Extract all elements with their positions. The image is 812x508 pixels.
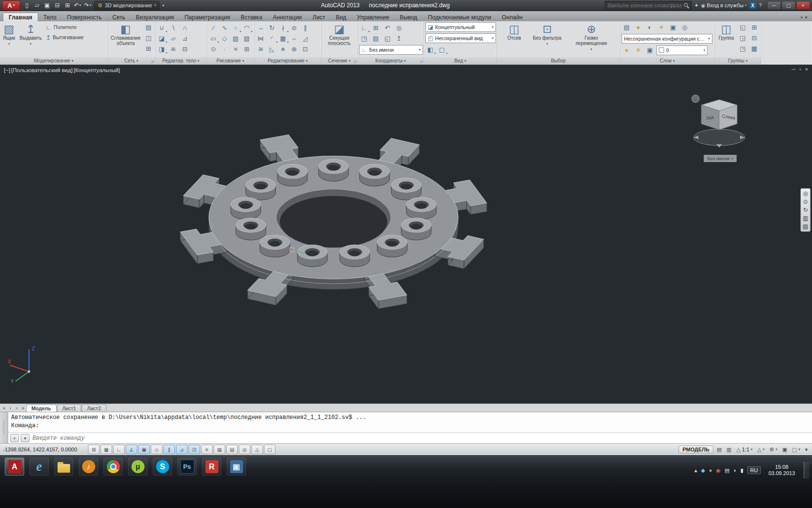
- smooth-object-button[interactable]: ◧ Сглаживание объекта: [109, 22, 142, 56]
- interfere-button[interactable]: ⊿: [180, 33, 190, 44]
- taskbar-skype-button[interactable]: S: [153, 458, 172, 476]
- panel-modify-footer[interactable]: Редактирование ▾: [254, 57, 321, 64]
- fillet-button[interactable]: ◜▾: [267, 33, 277, 44]
- qat-undo-button[interactable]: ↶▾: [72, 1, 83, 10]
- tab-insert[interactable]: Вставка: [235, 13, 268, 21]
- mesh-split-button[interactable]: ⊞: [144, 44, 154, 54]
- panel-section-footer[interactable]: Сечение ▾: [321, 57, 357, 64]
- tray-app2-icon[interactable]: ●: [709, 467, 712, 473]
- viewport-close-button[interactable]: ×: [805, 66, 808, 72]
- named-view-combo[interactable]: ◰ Несохраненный вид ▾: [425, 33, 496, 43]
- layer-isolate-button[interactable]: ◐: [645, 22, 655, 32]
- box-button[interactable]: ▧ Ящик ▾: [1, 22, 16, 56]
- ucs-button[interactable]: ∟▾: [359, 23, 369, 33]
- panel-solid-editing-footer[interactable]: Редактир. тело ▾: [155, 57, 206, 64]
- osnap-toggle[interactable]: ▣: [138, 445, 150, 454]
- tab-manage[interactable]: Управление: [351, 13, 394, 21]
- stretch-button[interactable]: ⇔: [289, 33, 299, 44]
- signin-button[interactable]: ◉ Вход в службы ▾: [701, 2, 747, 8]
- selection-filter-button[interactable]: ⊡Без фильтра▾: [532, 22, 563, 56]
- layout-button[interactable]: ▥: [725, 446, 733, 453]
- ucs-previous-button[interactable]: ↶: [382, 23, 392, 33]
- rectangle-button[interactable]: ▭▾: [208, 33, 218, 44]
- tray-expand-button[interactable]: ▴: [695, 467, 697, 474]
- tab-output[interactable]: Вывод: [394, 13, 422, 21]
- group-edit-button[interactable]: ◲: [738, 33, 748, 43]
- taskbar-viewer-button[interactable]: ▣: [227, 458, 246, 476]
- ucs-view-button[interactable]: ▤: [371, 33, 381, 44]
- dialog-launcher-icon[interactable]: ◿: [151, 60, 154, 63]
- language-indicator[interactable]: RU: [747, 466, 761, 474]
- command-window-grip[interactable]: [0, 412, 8, 443]
- window-maximize-button[interactable]: ▢: [782, 1, 796, 10]
- shell-button[interactable]: ◨▾: [157, 44, 167, 54]
- polar-toggle[interactable]: ∠: [126, 445, 137, 454]
- grid-toggle[interactable]: ▦: [101, 445, 112, 454]
- navbar-zoom-button[interactable]: ▥: [803, 215, 808, 221]
- navbar-steering-wheel-button[interactable]: ◎: [803, 191, 808, 196]
- layer-unlock-icon[interactable]: ▣: [645, 45, 655, 55]
- layer-lock-button[interactable]: ▣: [668, 22, 678, 32]
- status-tray-menu[interactable]: ▾: [803, 446, 809, 453]
- taskbar-utorrent-button[interactable]: µ: [128, 458, 147, 476]
- copy-button[interactable]: ∥: [300, 23, 310, 33]
- layer-state-combo[interactable]: Несохраненная конфигурация слоев ▾: [622, 34, 712, 44]
- culling-button[interactable]: ◫Отсев: [506, 22, 522, 56]
- array-button[interactable]: ▦▾: [278, 33, 288, 44]
- table-button[interactable]: ⊞: [242, 44, 252, 54]
- ucs-origin-button[interactable]: ◎: [394, 23, 404, 33]
- move-gizmo-button[interactable]: ⊕Гизмо перемещения▾: [572, 22, 610, 56]
- layout-tab-list1[interactable]: Лист1: [57, 404, 82, 412]
- command-input[interactable]: [31, 434, 810, 442]
- dialog-launcher-icon[interactable]: ◿: [354, 60, 356, 63]
- offset-button[interactable]: ≋: [256, 44, 266, 54]
- qat-new-button[interactable]: ▯: [22, 1, 32, 10]
- tray-app3-icon[interactable]: ◉: [716, 467, 721, 474]
- cmd-recent-menu[interactable]: ▾: [21, 434, 29, 442]
- region-button[interactable]: ≡: [231, 44, 241, 54]
- move-button[interactable]: ↔: [256, 23, 266, 33]
- circle-button[interactable]: ○▾: [231, 23, 241, 33]
- viewport[interactable]: [−][Пользовательский вид][Концептуальный…: [0, 65, 812, 403]
- extrude-button[interactable]: ↥ Выдавить ▾: [18, 22, 43, 56]
- tab-visualize[interactable]: Визуализация: [130, 13, 179, 21]
- polyline-button[interactable]: ∿: [219, 23, 230, 33]
- group-options-button[interactable]: ▦: [749, 44, 759, 54]
- group-selection-toggle[interactable]: ◳: [738, 44, 748, 54]
- qat-open-button[interactable]: ▱: [32, 1, 42, 10]
- taskbar-autocad-button[interactable]: A: [5, 458, 24, 476]
- model-space-button[interactable]: РМОДЕЛЬ: [679, 446, 713, 453]
- clean-button[interactable]: ⊟: [180, 44, 190, 54]
- tab-home[interactable]: Главная: [3, 13, 38, 21]
- polysolid-button[interactable]: ∟Политело: [44, 22, 84, 32]
- ortho-toggle[interactable]: ∟: [113, 445, 125, 454]
- panel-coordinates-footer[interactable]: Координаты ▾: [358, 57, 423, 64]
- mesh-crease-button[interactable]: ◫: [144, 33, 154, 43]
- group-button[interactable]: ◫ Группа: [716, 22, 736, 56]
- layout-prev-button[interactable]: ‹: [7, 405, 14, 411]
- ucs-object-button[interactable]: ◱: [382, 33, 392, 44]
- mirror-button[interactable]: ⋈: [256, 33, 266, 44]
- selection-cycling-toggle[interactable]: ◎: [239, 445, 250, 454]
- union-button[interactable]: ∪▾: [157, 23, 167, 33]
- viewcube-ucs-combo[interactable]: Без имени ▾: [704, 155, 737, 162]
- panel-modeling-footer[interactable]: Моделирование ▾: [0, 57, 107, 64]
- model-button[interactable]: ▤: [715, 446, 723, 453]
- layout-next-button[interactable]: ›: [14, 405, 20, 411]
- qat-save-button[interactable]: ▣: [42, 1, 52, 10]
- layer-freeze-button[interactable]: ☀: [656, 22, 667, 32]
- panel-layers-footer[interactable]: Слои ▾: [620, 57, 714, 64]
- show-desktop-button[interactable]: [804, 462, 809, 478]
- group-manager-button[interactable]: ⊞: [749, 22, 759, 32]
- boundary-button[interactable]: ⊙: [208, 44, 218, 54]
- isolate-objects-button[interactable]: ▢▾: [791, 446, 802, 453]
- point-button[interactable]: ∙: [219, 44, 230, 54]
- mesh-refine-button[interactable]: ▤: [144, 22, 154, 32]
- gradient-button[interactable]: ▧: [242, 33, 252, 44]
- exchange-apps-icon[interactable]: X: [749, 2, 756, 9]
- dialog-launcher-icon[interactable]: ◿: [420, 60, 422, 63]
- search-input[interactable]: [607, 2, 683, 9]
- join-button[interactable]: ⊕: [289, 44, 299, 54]
- help-icon[interactable]: ?: [759, 2, 762, 8]
- qat-saveas-button[interactable]: ⊟: [52, 1, 62, 10]
